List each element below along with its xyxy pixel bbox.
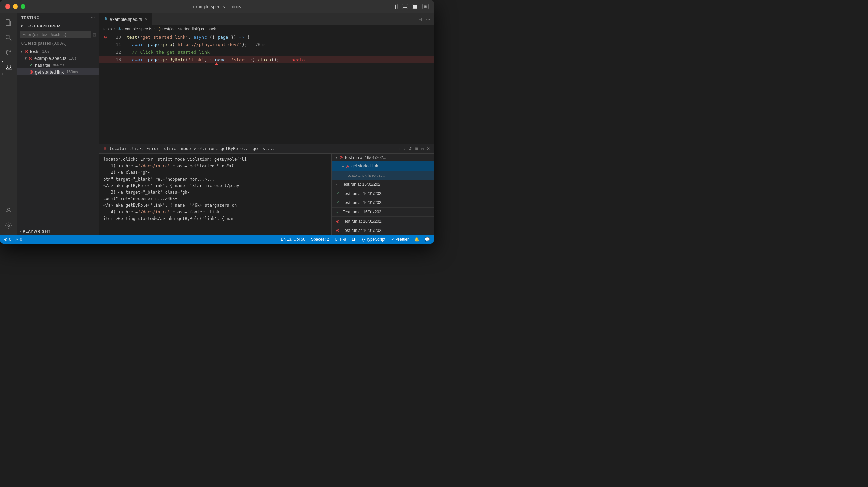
- formatter[interactable]: ✓ Prettier: [391, 237, 409, 242]
- close-icon[interactable]: ✕: [426, 146, 430, 151]
- tab-close-icon[interactable]: ✕: [144, 17, 147, 22]
- item-label: tests: [30, 49, 39, 54]
- history-item-4[interactable]: ✓ Test run at 16/01/202...: [332, 198, 434, 208]
- history-item-5[interactable]: ✓ Test run at 16/01/202...: [332, 208, 434, 217]
- breadcrumb-tests[interactable]: tests: [103, 27, 112, 31]
- tab-label: example.spec.ts: [110, 17, 142, 22]
- search-icon[interactable]: [2, 31, 15, 44]
- error-text: locator.click: Error: strict mode violat…: [99, 154, 331, 235]
- error-icon: ⊗: [339, 155, 343, 160]
- history-item-6[interactable]: ⊗ Test run at 16/01/202...: [332, 217, 434, 226]
- braces-icon: {}: [362, 237, 365, 242]
- status-left: ⊗ 0 △ 0: [4, 237, 22, 242]
- eol-setting[interactable]: LF: [352, 237, 356, 242]
- chevron-down-icon: ▼: [334, 156, 338, 159]
- breadcrumb: tests › ⚗ example.spec.ts › ⬡ test('get …: [99, 25, 434, 33]
- item-label: has title: [35, 63, 50, 68]
- history-item-get-started-link[interactable]: ▼ ⊗ get started link: [332, 161, 434, 171]
- success-icon: ✓: [336, 200, 339, 205]
- history-run-label: Test run at 16/01/202...: [344, 155, 386, 160]
- layout-icon[interactable]: ⬜: [412, 4, 418, 9]
- sidebar-header: TESTING ···: [17, 13, 99, 23]
- titlebar: example.spec.ts — docs ▐ ▬ ⬜ ⊞: [0, 0, 434, 13]
- history-item-7[interactable]: ⊗ Test run at 16/01/202...: [332, 226, 434, 235]
- test-stats: 0/1 tests passed (0.00%): [17, 40, 99, 47]
- delete-icon[interactable]: 🗑: [415, 146, 419, 151]
- chevron-down-icon: ▼: [20, 24, 24, 28]
- sidebar-toggle-icon[interactable]: ▐: [392, 4, 398, 9]
- status-bar: ⊗ 0 △ 0 Ln 13, Col 50 Spaces: 2 UTF-8 LF…: [0, 235, 434, 244]
- maximize-button[interactable]: [21, 4, 25, 9]
- item-label: example.spec.ts: [34, 56, 66, 61]
- item-label: get started link: [35, 69, 64, 75]
- pending-icon: ○: [336, 182, 338, 187]
- error-header: ⊗ locator.click: Error: strict mode viol…: [99, 144, 434, 154]
- chevron-right-icon: ›: [20, 229, 21, 233]
- minimize-button[interactable]: [13, 4, 18, 9]
- split-editor-icon[interactable]: ⊟: [418, 17, 422, 22]
- cursor-position[interactable]: Ln 13, Col 50: [281, 237, 305, 242]
- code-line-12: 12 // Click the get started link.: [99, 48, 434, 56]
- history-item-2[interactable]: ○ Test run at 16/01/202...: [332, 180, 434, 189]
- playwright-section[interactable]: › PLAYWRIGHT: [17, 227, 99, 235]
- more-actions-icon[interactable]: ···: [91, 16, 95, 20]
- navigate-down-icon[interactable]: ↓: [404, 146, 406, 151]
- sidebar-header-actions: ···: [91, 16, 95, 20]
- accounts-icon[interactable]: [2, 204, 15, 218]
- success-icon: ✓: [29, 62, 34, 68]
- panel-toggle-icon[interactable]: ▬: [402, 4, 408, 9]
- breadcrumb-test[interactable]: ⬡ test('get started link') callback: [158, 27, 216, 31]
- playwright-breadcrumb-icon: ⚗: [117, 27, 121, 31]
- code-content[interactable]: ⊗ 10 test('get started link', async ({ p…: [99, 33, 434, 144]
- history-group-1[interactable]: ▼ ⊗ Test run at 16/01/202...: [332, 154, 434, 161]
- spaces-setting[interactable]: Spaces: 2: [311, 237, 329, 242]
- notifications-icon[interactable]: 🔔: [414, 237, 419, 242]
- filter-input[interactable]: [20, 31, 91, 38]
- error-count[interactable]: ⊗ 0 △ 0: [4, 237, 22, 242]
- history-item-3[interactable]: ✓ Test run at 16/01/202...: [332, 189, 434, 198]
- tree-item-get-started-link[interactable]: ⊗ get started link 150ms: [17, 68, 99, 75]
- error-gutter-icon: ⊗: [104, 34, 107, 40]
- language-mode[interactable]: {} TypeScript: [362, 237, 385, 242]
- svg-point-1: [6, 35, 10, 39]
- error-icon: ⊗: [29, 69, 34, 75]
- window-title: example.spec.ts — docs: [193, 4, 241, 9]
- code-line-13: 13 await page.getByRole('link', { name: …: [99, 56, 434, 63]
- feedback-icon[interactable]: 💬: [425, 237, 430, 242]
- error-header-text: locator.click: Error: strict mode violat…: [109, 146, 396, 151]
- item-time: 150ms: [67, 70, 78, 74]
- source-control-icon[interactable]: [2, 46, 15, 60]
- window-controls: ▐ ▬ ⬜ ⊞: [392, 4, 429, 9]
- chevron-down-icon: ▼: [20, 50, 23, 53]
- close-button[interactable]: [5, 4, 10, 9]
- tree-item-tests[interactable]: ▼ ⊗ tests 1.0s: [17, 48, 99, 55]
- testing-icon[interactable]: [2, 61, 15, 75]
- svg-rect-0: [6, 20, 9, 26]
- tree-item-has-title[interactable]: ✓ has title 866ms: [17, 62, 99, 68]
- encoding[interactable]: UTF-8: [334, 237, 346, 242]
- warning-status-icon: △: [15, 237, 18, 242]
- test-explorer-section[interactable]: ▼ TEST EXPLORER: [17, 23, 99, 29]
- success-icon: ✓: [336, 191, 339, 196]
- history-icon[interactable]: ↺: [408, 146, 412, 151]
- settings-icon[interactable]: [2, 219, 15, 233]
- history-item-error-detail[interactable]: locator.click: Error: st...: [332, 171, 434, 180]
- tab-example-spec[interactable]: ⚗ example.spec.ts ✕: [99, 13, 152, 25]
- tree-item-spec[interactable]: ▼ ⊗ example.spec.ts 1.0s: [17, 55, 99, 62]
- breadcrumb-spec[interactable]: ⚗ example.spec.ts: [117, 27, 152, 31]
- grid-icon[interactable]: ⊞: [422, 4, 429, 9]
- code-line-10: ⊗ 10 test('get started link', async ({ p…: [99, 33, 434, 41]
- editor-area: ⚗ example.spec.ts ✕ ⊟ ··· tests › ⚗ exam…: [99, 13, 434, 235]
- error-icon: ⊗: [336, 228, 339, 233]
- more-tab-actions-icon[interactable]: ···: [426, 17, 430, 22]
- navigate-up-icon[interactable]: ↑: [399, 146, 401, 151]
- files-icon[interactable]: [2, 16, 15, 29]
- activity-bar: [0, 13, 17, 235]
- error-status-icon: ⊗: [4, 237, 8, 242]
- svg-point-7: [8, 225, 10, 227]
- filter-icon[interactable]: ⊠: [93, 32, 96, 37]
- open-icon[interactable]: ⎋: [421, 146, 424, 151]
- test-tree: ▼ ⊗ tests 1.0s ▼ ⊗ example.spec.ts 1.0s …: [17, 47, 99, 225]
- item-time: 1.0s: [69, 56, 76, 60]
- status-right: Ln 13, Col 50 Spaces: 2 UTF-8 LF {} Type…: [281, 237, 430, 242]
